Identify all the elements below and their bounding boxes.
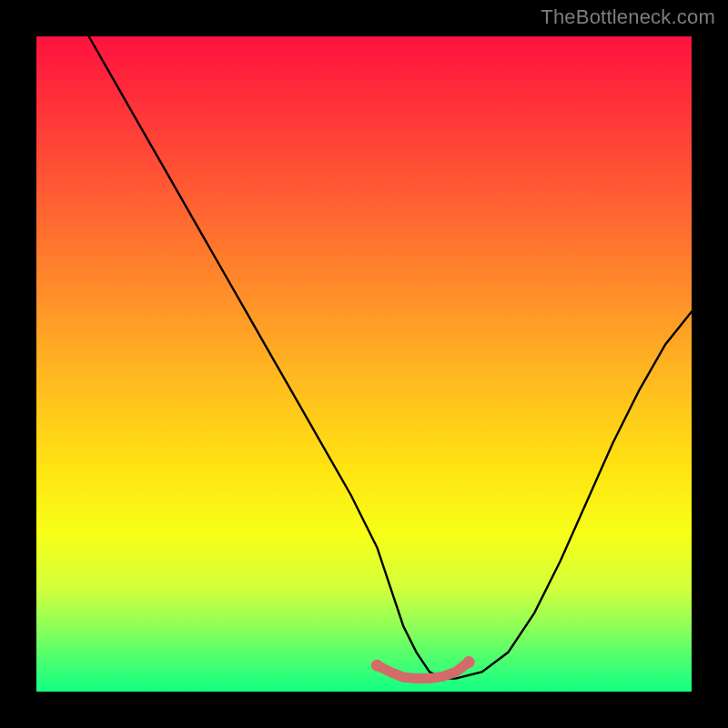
- optimal-zone-endpoint-left: [371, 660, 383, 672]
- chart-frame: TheBottleneck.com: [0, 0, 728, 728]
- optimal-zone-endpoint-right: [463, 656, 475, 668]
- curve-svg: [36, 36, 692, 692]
- optimal-zone-highlight: [377, 662, 469, 679]
- bottleneck-curve-path: [89, 36, 692, 679]
- plot-area: [36, 36, 692, 692]
- watermark-text: TheBottleneck.com: [541, 5, 715, 29]
